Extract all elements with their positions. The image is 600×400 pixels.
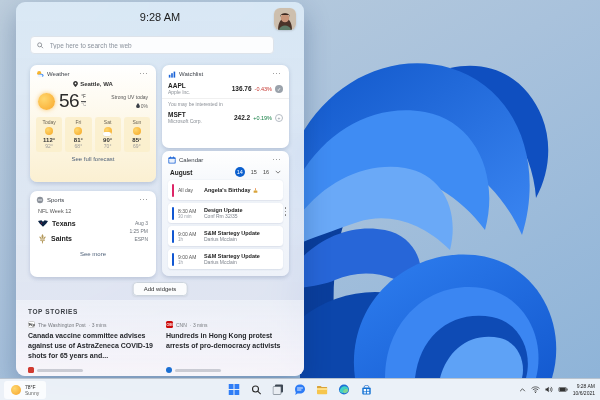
taskbar-clock[interactable]: 9:28 AM 10/6/2021 (573, 383, 595, 397)
widgets-panel: 9:28 AM (16, 2, 304, 376)
team-row-saints[interactable]: Saints (38, 231, 129, 246)
sports-header: Sports ··· (30, 191, 156, 206)
news-story-partial[interactable] (166, 367, 292, 373)
stock-chart-icon (168, 70, 176, 78)
partly-cloudy-icon (104, 127, 112, 135)
volume-icon[interactable] (545, 386, 553, 393)
watchlist-more-options-icon[interactable]: ··· (271, 71, 284, 77)
start-button[interactable] (227, 382, 242, 397)
sports-widget[interactable]: Sports ··· NFL Week 12 Texans (30, 191, 156, 277)
event-color-bar (172, 253, 174, 266)
calendar-event[interactable]: 8:30 AM 30 min Design Update Conf Rm 32/… (168, 203, 283, 223)
news-story-partial[interactable] (28, 367, 154, 373)
chevron-down-icon[interactable] (275, 170, 281, 174)
unit-celsius-toggle[interactable]: °C (81, 102, 86, 108)
precipitation-value: 0% (141, 103, 148, 109)
forecast-day[interactable]: Fri 81° 68° (65, 117, 91, 152)
stock-row-aapl[interactable]: AAPL Apple Inc. 136.76 -0.43% ✓ (162, 80, 289, 97)
tray-chevron-up-icon[interactable] (519, 388, 526, 392)
stock-change: +0.19% (253, 115, 272, 121)
stock-change: -0.43% (255, 86, 272, 92)
watchlist-add-icon[interactable]: + (275, 114, 283, 122)
calendar-more-options-icon[interactable]: ··· (271, 157, 284, 163)
system-tray: 9:28 AM 10/6/2021 (519, 379, 595, 400)
stock-symbol: MSFT (168, 111, 206, 118)
taskbar-widgets-button[interactable]: 78°F Sunny (4, 381, 46, 399)
weather-title: Weather (47, 71, 135, 77)
watchlist-suggestion-label: You may be interested in (162, 98, 289, 109)
game-time: 1:25 PM (129, 228, 148, 236)
search-button[interactable] (249, 382, 264, 397)
weather-header: Weather ··· (30, 65, 156, 80)
sun-icon (11, 385, 21, 395)
calendar-date[interactable]: 16 (263, 169, 269, 175)
panel-clock: 9:28 AM (16, 11, 304, 23)
calendar-date-strip: August 14 15 16 (162, 166, 289, 180)
weather-widget[interactable]: Weather ··· Seattle, WA 56 °F °C Strong … (30, 65, 156, 182)
calendar-event[interactable]: 9:00 AM 1h S&M Startegy Update Darius Mc… (168, 249, 283, 269)
news-source-icon (28, 367, 34, 373)
file-explorer-button[interactable] (315, 382, 330, 397)
event-time: All day (178, 187, 204, 193)
search-input[interactable] (48, 41, 267, 50)
next-stories-cutoff (28, 367, 292, 373)
calendar-event[interactable]: All day Angela's Birthday (168, 180, 283, 200)
washington-post-icon: Wp (28, 321, 35, 328)
game-date: Aug 3 (129, 220, 148, 228)
see-more-link[interactable]: See more (30, 247, 156, 260)
event-color-bar (172, 207, 174, 220)
forecast-day-label: Sun (124, 119, 150, 125)
news-story[interactable]: Wp The Washington Post · 3 mins Canada v… (28, 321, 154, 360)
sunny-icon (45, 127, 53, 135)
user-avatar[interactable] (274, 8, 296, 30)
edge-browser-button[interactable] (337, 382, 352, 397)
taskbar: 78°F Sunny (0, 378, 600, 400)
calendar-title: Calendar (179, 157, 268, 163)
team-name: Saints (51, 235, 72, 242)
event-title: Angela's Birthday (204, 187, 251, 193)
watchlist-added-icon[interactable]: ✓ (275, 85, 283, 93)
web-search-bar[interactable] (30, 36, 274, 54)
texans-logo-icon (38, 219, 48, 228)
event-color-bar (172, 184, 174, 197)
calendar-date-selected[interactable]: 14 (235, 167, 245, 177)
news-story[interactable]: CNN CNN · 3 mins Hundreds in Hong Kong p… (166, 321, 292, 360)
team-name: Texans (52, 220, 76, 227)
calendar-widget[interactable]: Calendar ··· August 14 15 16 All day (162, 151, 289, 276)
forecast-day[interactable]: Sun 85° 69° (124, 117, 150, 152)
microsoft-store-button[interactable] (359, 382, 374, 397)
see-full-forecast-link[interactable]: See full forecast (30, 152, 156, 165)
scrollbar-indicator[interactable] (285, 207, 287, 216)
watchlist-widget[interactable]: Watchlist ··· AAPL Apple Inc. 136.76 -0.… (162, 65, 289, 148)
watchlist-header: Watchlist ··· (162, 65, 289, 80)
calendar-date[interactable]: 15 (251, 169, 257, 175)
story-headline: Canada vaccine committee advises against… (28, 331, 154, 360)
weather-current: 56 °F °C Strong UV today 0% (30, 87, 156, 114)
task-view-button[interactable] (271, 382, 286, 397)
forecast-day[interactable]: Today 112° 92° (36, 117, 62, 152)
add-widgets-button[interactable]: Add widgets (133, 282, 188, 296)
saints-logo-icon (38, 234, 47, 244)
sunny-icon (133, 127, 141, 135)
event-subtitle: Darius Mcclain (204, 236, 260, 242)
uv-note: Strong UV today (111, 94, 148, 100)
team-row-texans[interactable]: Texans (38, 216, 129, 231)
event-subtitle: Conf Rm 32/35 (204, 213, 243, 219)
unit-fahrenheit-toggle[interactable]: °F (81, 94, 86, 101)
weather-more-options-icon[interactable]: ··· (138, 71, 151, 77)
clock-time: 9:28 AM (573, 383, 595, 390)
league-week-label: NFL Week 12 (30, 206, 156, 215)
battery-icon[interactable] (558, 387, 568, 392)
event-duration: 1h (178, 260, 204, 265)
chat-button[interactable] (293, 382, 308, 397)
calendar-event[interactable]: 9:00 AM 1h S&M Startegy Update Darius Mc… (168, 226, 283, 246)
wifi-icon[interactable] (531, 386, 540, 393)
forecast-day[interactable]: Sat 90° 70° (95, 117, 121, 152)
sports-more-options-icon[interactable]: ··· (138, 197, 151, 203)
top-stories-title: TOP STORIES (28, 308, 292, 315)
calendar-icon (168, 156, 176, 164)
forecast-day-label: Sat (95, 119, 121, 125)
news-source-icon (166, 367, 172, 373)
stock-price: 242.2 (234, 114, 250, 121)
stock-row-msft[interactable]: MSFT Microsoft Corp. 242.2 +0.19% + (162, 109, 289, 126)
